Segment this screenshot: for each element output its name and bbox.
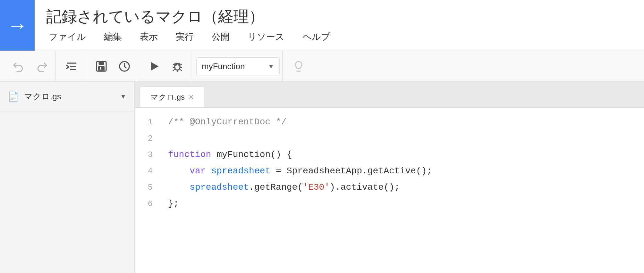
indent-icon: [65, 60, 78, 73]
run-icon: [148, 60, 161, 73]
toolbar: myFunction ▼: [0, 51, 644, 82]
main-area: 📄 マクロ.gs ▼ マクロ.gs ✕ 1 2 3 4 5 6: [0, 82, 644, 273]
code-line-5: spreadsheet .getRange( 'E30' ).activate(…: [168, 179, 636, 196]
menu-run[interactable]: 実行: [173, 29, 196, 44]
tab-label: マクロ.gs: [150, 92, 185, 102]
indent-group: [58, 51, 85, 81]
sidebar: 📄 マクロ.gs ▼: [0, 82, 135, 273]
debug-icon: [171, 60, 184, 73]
menu-help[interactable]: ヘルプ: [300, 29, 333, 44]
tips-button[interactable]: [288, 55, 309, 77]
header-content: 記録されているマクロ（経理） ファイル 編集 表示 実行 公開 リソース ヘルプ: [35, 0, 644, 51]
method-5b: ).activate();: [330, 179, 400, 195]
lightbulb-icon: [292, 60, 305, 73]
menu-edit[interactable]: 編集: [101, 29, 124, 44]
function-name-label: myFunction: [202, 62, 263, 71]
code-line-4: var spreadsheet = SpreadsheetApp.getActi…: [168, 163, 636, 179]
undo-redo-group: [5, 51, 55, 81]
run-button[interactable]: [143, 55, 165, 77]
redo-button[interactable]: [31, 55, 53, 77]
assign-4: = SpreadsheetApp.getActive();: [270, 163, 432, 179]
menu-file[interactable]: ファイル: [46, 29, 89, 44]
editor-area: マクロ.gs ✕ 1 2 3 4 5 6 /** @OnlyCurrentDoc…: [135, 82, 644, 273]
tab-close-button[interactable]: ✕: [189, 94, 194, 100]
undo-button[interactable]: [8, 55, 30, 77]
indent-4: [168, 163, 190, 179]
menu-bar: ファイル 編集 表示 実行 公開 リソース ヘルプ: [46, 29, 644, 44]
menu-resources[interactable]: リソース: [245, 29, 287, 44]
code-editor[interactable]: 1 2 3 4 5 6 /** @OnlyCurrentDoc */ funct…: [135, 108, 644, 273]
app-logo: →: [0, 0, 35, 51]
function-selector-group: myFunction ▼: [194, 51, 283, 81]
var-spreadsheet-2: spreadsheet: [190, 179, 249, 195]
history-button[interactable]: [114, 55, 135, 77]
code-content: /** @OnlyCurrentDoc */ function myFuncti…: [160, 114, 644, 267]
svg-line-17: [180, 70, 182, 70]
code-line-2: [168, 130, 636, 147]
line-num-5: 5: [142, 179, 153, 196]
line-num-6: 6: [142, 196, 153, 212]
keyword-var: var: [190, 163, 206, 179]
code-line-1: /** @OnlyCurrentDoc */: [168, 114, 636, 130]
funcname: myFunction() {: [211, 147, 292, 163]
app-header: → 記録されているマクロ（経理） ファイル 編集 表示 実行 公開 リソース ヘ…: [0, 0, 644, 51]
file-icon: 📄: [8, 91, 19, 102]
svg-line-16: [173, 70, 175, 70]
debug-button[interactable]: [166, 55, 188, 77]
line-num-2: 2: [142, 130, 153, 147]
line-numbers: 1 2 3 4 5 6: [135, 114, 160, 267]
redo-icon: [35, 60, 48, 73]
undo-icon: [12, 60, 25, 73]
arrow-icon: →: [7, 15, 28, 36]
line-num-1: 1: [142, 114, 153, 130]
var-spreadsheet: spreadsheet: [211, 163, 270, 179]
keyword-function: function: [168, 147, 211, 163]
code-line-6: };: [168, 196, 636, 212]
svg-marker-8: [151, 62, 158, 71]
method-5: .getRange(: [249, 179, 303, 195]
svg-rect-4: [99, 62, 104, 65]
indent-5: [168, 179, 190, 195]
line-num-3: 3: [142, 147, 153, 163]
tab-macro-gs[interactable]: マクロ.gs ✕: [140, 87, 205, 107]
sidebar-file-item[interactable]: 📄 マクロ.gs ▼: [0, 82, 134, 112]
svg-point-9: [175, 64, 180, 70]
svg-rect-6: [100, 67, 101, 70]
closing-brace: };: [168, 196, 179, 212]
function-selector[interactable]: myFunction ▼: [196, 57, 280, 75]
history-icon: [118, 60, 131, 73]
save-button[interactable]: [90, 55, 112, 77]
save-icon: [95, 60, 108, 73]
menu-publish[interactable]: 公開: [209, 29, 232, 44]
sidebar-chevron-icon: ▼: [120, 93, 126, 100]
run-debug-group: [141, 51, 191, 81]
space-4: [206, 163, 211, 179]
tabs-bar: マクロ.gs ✕: [135, 82, 644, 108]
menu-view[interactable]: 表示: [137, 29, 160, 44]
string-e30: 'E30': [303, 179, 330, 195]
indent-button[interactable]: [61, 55, 82, 77]
app-title: 記録されているマクロ（経理）: [46, 6, 644, 27]
sidebar-file-name: マクロ.gs: [24, 91, 115, 102]
comment-text-1: /** @OnlyCurrentDoc */: [168, 114, 287, 130]
tips-group: [285, 51, 312, 81]
save-group: [88, 51, 138, 81]
chevron-down-icon: ▼: [268, 63, 274, 70]
line-num-4: 4: [142, 163, 153, 179]
code-line-3: function myFunction() {: [168, 147, 636, 163]
